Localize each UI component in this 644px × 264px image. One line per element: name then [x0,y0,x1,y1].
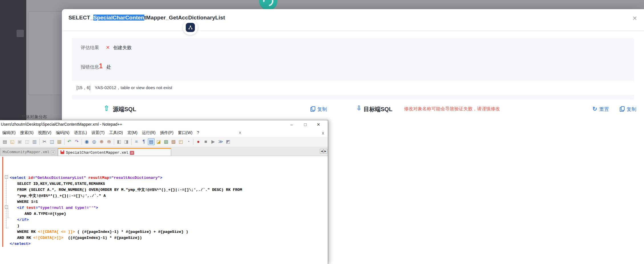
tab-close-icon[interactable]: x [130,151,134,155]
minimize-button[interactable]: – [286,121,297,128]
copy-source-button[interactable]: 复制 [317,106,327,113]
code-line: AND A.TYPE=#{type} [10,211,242,217]
save-macro-icon[interactable]: ◩ [225,138,231,145]
notepad-window: Users\zhoutm\Desktop\SpecialCharContentM… [0,120,328,264]
reset-button[interactable]: 重置 [599,106,609,113]
window-close-button[interactable]: ✕ [313,121,324,128]
code-line: FROM (SELECT A.*, ROW_NUMBER() OVER(ORDE… [10,187,242,193]
tab-specialcharcontentmapper[interactable]: SpecialCharContentMapper.xmlx [58,148,171,156]
sql-panels-header: ⇧ 源端SQL 复制 ⇩ 目标端SQL 修改对象名称可能会导致验证失败，请谨慎修… [62,103,644,115]
tab-scroll-left-icon[interactable]: ◀ [320,149,324,153]
fold-collapse-icon[interactable]: − [5,175,8,179]
tab-mscommunitymapper[interactable]: MsCommunityMapper.xmlx [0,148,58,156]
tab-close-icon[interactable]: x [51,150,55,154]
save-all-icon[interactable]: ◫ [24,138,31,145]
run-macro-multiple-icon[interactable]: ≫ [217,138,224,145]
menu-item[interactable]: 视图(V) [36,129,54,137]
document-map-icon[interactable]: ▨ [163,138,169,145]
new-file-icon[interactable]: ▤ [1,138,8,145]
word-wrap-icon[interactable]: ≡ [133,138,140,145]
menu-item[interactable]: 窗口(W) [176,129,195,137]
menu-item[interactable]: 运行(R) [140,129,158,137]
menu-item[interactable]: 编码(N) [54,129,72,137]
title-selected-text: SpecialCharConten [93,15,144,21]
sync-horizontal-icon[interactable]: ◨ [123,138,130,145]
function-list-icon[interactable]: ◪ [155,138,162,145]
close-icon[interactable]: ✕ [632,15,637,21]
copy-source-icon[interactable] [310,106,314,111]
source-up-arrow-icon: ⇧ [103,104,110,113]
code-line: </if> [10,217,242,223]
unsaved-icon [60,150,64,154]
toolbar-separator [64,139,64,145]
stop-macro-icon[interactable]: ■ [202,138,209,145]
tab-scroll-right-icon[interactable]: ▶ [324,149,327,153]
code-line: SELECT ID,KEY,VALUE,TYPE,STATE,REMARKS [10,181,242,187]
zoom-out-icon[interactable]: ⊖ [106,138,112,145]
target-warning-text: 修改对象名称可能会导致验证失败，请谨慎修改 [404,106,500,112]
code-line: "ymp_中文!@#$%^*()_+{}|:-=[]\;',./`." A [10,193,242,199]
folder-workspace-icon[interactable]: ◰ [177,138,184,145]
menubar-close-icon-2[interactable]: X [322,131,324,135]
open-folder-icon[interactable]: ◱ [9,138,16,145]
menu-item[interactable]: 语言(L) [72,129,89,137]
notepad-titlebar[interactable]: Users\zhoutm\Desktop\SpecialCharContentM… [0,120,328,129]
play-macro-icon[interactable]: ▶ [210,138,217,145]
paste-icon[interactable]: ▧ [56,138,63,145]
menu-item[interactable]: 工具(O) [107,129,125,137]
record-macro-icon[interactable]: ● [195,138,202,145]
background-sidebar-icon [17,30,24,37]
undo-icon[interactable]: ↶ [66,138,73,145]
fold-margin: − − [5,156,9,264]
notepad-title: Users\zhoutm\Desktop\SpecialCharContentM… [1,122,122,127]
np-editor[interactable]: − − <select id="GetAccDictionaryList" re… [0,156,328,264]
menu-item[interactable]: 搜索(S) [18,129,36,137]
copy-icon[interactable]: ◫ [49,138,55,145]
indent-guide-icon[interactable]: ▤ [148,138,155,145]
toolbar-separator [82,139,82,145]
errors-count: 1 [99,62,103,70]
toolbar-separator [193,139,193,145]
tab-overall-distribution: 整体对象分布 [21,114,47,119]
error-message: YAS-02012，table or view does not exist [95,85,172,91]
copy-target-button[interactable]: 复制 [627,106,636,113]
reset-icon[interactable]: ↻ [592,105,597,112]
print-icon[interactable]: ▥ [31,138,38,145]
cut-icon[interactable]: ✂ [41,138,48,145]
share-icon [186,23,195,32]
app-logo-icon [259,0,277,10]
np-menubar: 编辑(E)搜索(S)视图(V)编码(N)语言(L)设置(T)工具(O)宏(M)运… [0,129,328,137]
error-list-item[interactable]: [15，6] YAS-02012，table or view does not … [72,81,634,95]
replace-icon[interactable]: ◎ [91,138,98,145]
code-line: AND RK <![CDATA[>]]> ((#{pageIndex}-1) *… [10,235,242,241]
copy-target-icon[interactable] [620,106,624,111]
maximize-button[interactable]: □ [300,121,310,128]
object-type-badge [183,20,198,35]
find-icon[interactable]: ◉ [83,138,90,145]
menu-item[interactable]: ? [195,129,201,136]
change-history-marker [2,157,3,247]
code-line: ) [10,223,242,229]
np-tabbar: MsCommunityMapper.xmlx SpecialCharConten… [0,147,328,156]
modal-title: SELECT_SpecialCharContentMapper_GetAccDi… [68,15,225,21]
save-icon[interactable]: ▣ [16,138,23,145]
file-monitor-icon[interactable]: ◔ [185,138,192,145]
sync-vertical-icon[interactable]: ◧ [116,138,122,145]
menu-item[interactable]: 宏(M) [125,129,140,137]
menu-item[interactable]: 设置(T) [89,129,107,137]
show-symbols-icon[interactable]: ¶ [140,138,147,145]
menu-item[interactable]: 编辑(E) [0,129,18,137]
code-line: WHERE 1=1 [10,199,242,205]
evaluation-panel: 评估结果 ✕ 创建失败 报错信息 1 处 [15，6] YAS-02012，ta… [72,38,634,99]
error-divider [90,83,91,92]
zoom-in-icon[interactable]: ⊕ [98,138,105,145]
redo-icon[interactable]: ↷ [73,138,80,145]
menubar-close-icon[interactable]: x [239,130,241,135]
toolbar-separator [39,139,40,145]
fold-collapse-icon[interactable]: − [5,205,8,209]
document-list-icon[interactable]: ▧ [170,138,177,145]
result-label: 评估结果 [81,45,99,51]
screen: 整体对象分布Schem SELECT_SpecialCharContentMap… [0,0,644,264]
menu-item[interactable]: 插件(P) [158,129,176,137]
np-code[interactable]: <select id="GetAccDictionaryList" result… [10,157,242,247]
